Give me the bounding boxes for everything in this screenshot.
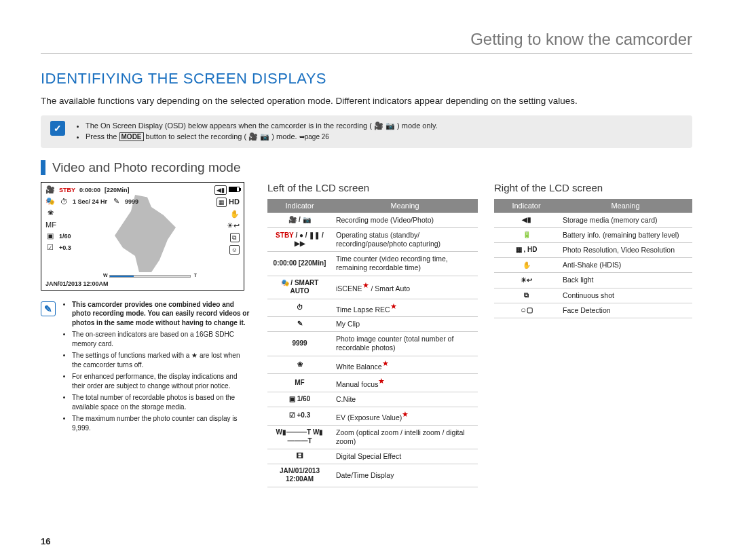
- top-note-box: ✓ The On Screen Display (OSD) below appe…: [41, 115, 692, 148]
- left-notes-box: ✎ This camcorder provides one combined v…: [41, 300, 251, 436]
- hd-label: HD: [229, 198, 240, 206]
- th-meaning: Meaning: [332, 199, 478, 213]
- meaning-cell: Digital Special Effect: [332, 449, 478, 464]
- meaning-cell: Time Lapse REC★: [332, 299, 478, 317]
- hdis-icon: ✋: [230, 210, 240, 218]
- left-table-heading: Left of the LCD screen: [267, 182, 478, 193]
- table-row: ✋Anti-Shake (HDIS): [494, 258, 692, 273]
- backlight-icon: ☀↩: [227, 221, 240, 229]
- meaning-cell: Anti-Shake (HDIS): [559, 258, 692, 273]
- datetime-label: JAN/01/2013 12:00AM: [45, 280, 109, 287]
- meaning-cell: Battery info. (remaining battery level): [559, 228, 692, 243]
- meaning-cell: C.Nite: [332, 392, 478, 407]
- table-row: 🎞Digital Special Effect: [267, 449, 478, 464]
- meaning-cell: Photo Resolution, Video Resolution: [559, 243, 692, 258]
- lcd-mock: 🎥 STBY 0:00:00 [220Min] 🎭 ⏱ 1 Sec/ 24 Hr…: [41, 182, 244, 291]
- chapter-title: Getting to know the camcorder: [41, 30, 692, 54]
- right-indicator-table: Indicator Meaning ◀▮Storage media (memor…: [494, 199, 692, 318]
- meaning-cell: Continuous shot: [559, 288, 692, 303]
- section-heading: Video and Photo recording mode: [41, 160, 692, 175]
- table-row: ☺▢Face Detection: [494, 303, 692, 318]
- left-note-item: For enhanced performance, the display in…: [72, 372, 251, 390]
- table-row: W▮———T W▮———TZoom (optical zoom / intell…: [267, 425, 478, 449]
- card-icon: ◀▮: [214, 185, 227, 195]
- meaning-cell: iSCENE★ / Smart Auto: [332, 276, 478, 299]
- indicator-cell: MF: [267, 374, 332, 392]
- indicator-cell: ✎: [267, 317, 332, 332]
- indicator-cell: ✋: [494, 258, 559, 273]
- indicator-cell: 🎥 / 📷: [267, 212, 332, 227]
- indicator-cell: 0:00:00 [220Min]: [267, 252, 332, 276]
- table-row: ⧉Continuous shot: [494, 288, 692, 303]
- page-number: 16: [41, 536, 50, 546]
- meaning-cell: Back light: [559, 273, 692, 288]
- note-icon: ✎: [41, 301, 56, 316]
- th-indicator: Indicator: [267, 199, 332, 213]
- meaning-cell: Face Detection: [559, 303, 692, 318]
- myclip-icon: ✎: [111, 197, 121, 206]
- meaning-cell: My Clip: [332, 317, 478, 332]
- mf-icon: MF: [45, 221, 55, 229]
- page-title: IDENTIFIYING THE SCREEN DISPLAYS: [41, 70, 692, 88]
- table-row: ❀White Balance★: [267, 356, 478, 374]
- table-row: ☀↩Back light: [494, 273, 692, 288]
- zoom-bar: [109, 275, 191, 278]
- indicator-cell: STBY / ● / ❚❚ / ▶▶: [267, 228, 332, 252]
- th-meaning: Meaning: [559, 199, 692, 213]
- table-row: JAN/01/2013 12:00AMDate/Time Display: [267, 464, 478, 487]
- indicator-cell: 🔋: [494, 228, 559, 243]
- ev-val: +0.3: [59, 244, 71, 251]
- table-row: 🔋Battery info. (remaining battery level): [494, 228, 692, 243]
- meaning-cell: Photo image counter (total number of rec…: [332, 332, 478, 356]
- intro-text: The available functions vary depending o…: [41, 96, 692, 106]
- table-row: ◀▮Storage media (memory card): [494, 212, 692, 227]
- right-table-heading: Right of the LCD screen: [494, 182, 692, 193]
- timelapse-icon: ⏱: [59, 198, 69, 206]
- meaning-cell: Manual focus★: [332, 374, 478, 392]
- time-remain: [220Min]: [105, 187, 130, 193]
- face-icon: ☺: [229, 245, 240, 255]
- indicator-cell: ⧉: [494, 288, 559, 303]
- stby-label: STBY: [59, 187, 75, 193]
- indicator-cell: ❀: [267, 356, 332, 374]
- meaning-cell: Recording mode (Video/Photo): [332, 212, 478, 227]
- indicator-cell: ▣ 1/60: [267, 392, 332, 407]
- left-note-item: This camcorder provides one combined vid…: [72, 300, 251, 328]
- resolution-icon: ▦: [217, 198, 227, 207]
- meaning-cell: Time counter (video recording time, rema…: [332, 252, 478, 276]
- table-row: MFManual focus★: [267, 374, 478, 392]
- meaning-cell: EV (Exposure Value)★: [332, 407, 478, 425]
- cnite-val: 1/60: [59, 233, 71, 240]
- indicator-cell: 🎞: [267, 449, 332, 464]
- top-note-item: Press the MODE button to select the reco…: [86, 132, 438, 143]
- indicator-cell: ☑ +0.3: [267, 407, 332, 425]
- table-row: ▣ 1/60C.Nite: [267, 392, 478, 407]
- ev-icon: ☑: [45, 243, 55, 252]
- meaning-cell: Zoom (optical zoom / intelli zoom / digi…: [332, 425, 478, 449]
- check-icon: ✓: [50, 121, 65, 136]
- table-row: ✎My Clip: [267, 317, 478, 332]
- indicator-cell: ☺▢: [494, 303, 559, 318]
- indicator-cell: ⏱: [267, 299, 332, 317]
- th-indicator: Indicator: [494, 199, 559, 213]
- top-note-list: The On Screen Display (OSD) below appear…: [75, 121, 438, 143]
- indicator-cell: 🎭 / SMART AUTO: [267, 276, 332, 299]
- table-row: 🎥 / 📷Recording mode (Video/Photo): [267, 212, 478, 227]
- indicator-cell: ▦ , HD: [494, 243, 559, 258]
- continuous-icon: ⧉: [230, 233, 240, 242]
- left-indicator-table: Indicator Meaning 🎥 / 📷Recording mode (V…: [267, 199, 478, 487]
- cnite-icon: ▣: [45, 231, 55, 240]
- indicator-cell: W▮———T W▮———T: [267, 425, 332, 449]
- photo-count: 9999: [125, 198, 138, 205]
- table-row: 🎭 / SMART AUTOiSCENE★ / Smart Auto: [267, 276, 478, 299]
- iscene-icon: 🎭: [45, 197, 55, 206]
- table-row: ▦ , HDPhoto Resolution, Video Resolution: [494, 243, 692, 258]
- interval-label: 1 Sec/ 24 Hr: [73, 198, 107, 205]
- indicator-cell: 9999: [267, 332, 332, 356]
- battery-icon: [229, 187, 240, 192]
- table-row: ⏱Time Lapse REC★: [267, 299, 478, 317]
- video-icon: 🎥: [45, 185, 55, 194]
- meaning-cell: Operating status (standby/ recording/pau…: [332, 228, 478, 252]
- left-note-item: The on-screen indicators are based on a …: [72, 330, 251, 348]
- meaning-cell: White Balance★: [332, 356, 478, 374]
